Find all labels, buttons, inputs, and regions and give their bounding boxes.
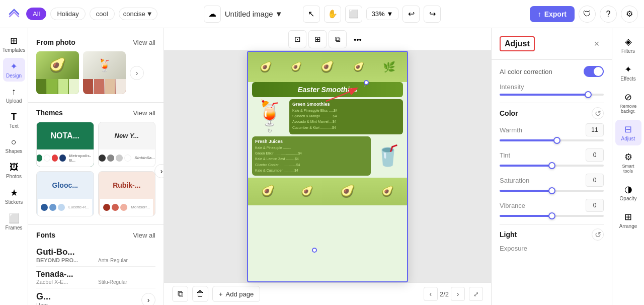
prev-page-btn[interactable]: ‹ bbox=[424, 287, 438, 301]
tint-slider-track[interactable] bbox=[500, 165, 604, 167]
adjust-close-btn[interactable]: × bbox=[590, 37, 604, 51]
sidebar-item-upload[interactable]: ↑ Upload bbox=[3, 84, 25, 107]
help-icon-btn[interactable]: ? bbox=[600, 6, 617, 23]
vibrance-label-row: Vibrance 0 bbox=[500, 199, 604, 212]
document-title-area[interactable]: Untitled image ▼ bbox=[225, 10, 283, 18]
intensity-label: Intensity bbox=[500, 83, 524, 91]
right-sidebar-item-effects[interactable]: ✦ Effects bbox=[615, 60, 641, 86]
tag-concise[interactable]: concise ▼ bbox=[119, 8, 157, 20]
grid-tool-btn[interactable]: ⊞ bbox=[308, 30, 327, 48]
fonts-view-all[interactable]: View all bbox=[133, 232, 155, 239]
selection-handle-tr[interactable] bbox=[364, 80, 369, 85]
refresh-icon: ↻ bbox=[252, 127, 287, 134]
tint-slider-thumb[interactable] bbox=[548, 162, 555, 169]
themes-grid: NOTA... Metropolis-B... New Y... bbox=[28, 120, 164, 222]
next-page-btn[interactable]: › bbox=[451, 287, 465, 301]
tag-holiday[interactable]: Holiday bbox=[50, 8, 85, 20]
undo-btn[interactable]: ↩ bbox=[403, 6, 420, 23]
fonts-more-btn[interactable]: › bbox=[141, 293, 155, 306]
saturation-label: Saturation bbox=[500, 177, 529, 184]
saturation-slider-thumb[interactable] bbox=[548, 187, 555, 194]
effects-icon: ✦ bbox=[624, 64, 632, 75]
copy-tool-btn[interactable]: ⧉ bbox=[329, 30, 347, 48]
tag-cool[interactable]: cool bbox=[90, 8, 115, 20]
sidebar-item-stickers[interactable]: ★ Stickers bbox=[3, 184, 25, 208]
warmth-slider-thumb[interactable] bbox=[553, 137, 560, 144]
right-sidebar-item-adjust[interactable]: ⊟ Adjust bbox=[615, 120, 641, 145]
sidebar-item-photos[interactable]: 🖼 Photos bbox=[3, 159, 25, 182]
more-tool-btn[interactable]: ••• bbox=[349, 30, 367, 48]
rubik-swatch-2 bbox=[112, 204, 119, 211]
shield-icon-btn[interactable]: 🛡 bbox=[579, 6, 596, 23]
themes-view-all[interactable]: View all bbox=[133, 109, 155, 117]
zoom-control[interactable]: 33% ▼ bbox=[366, 8, 399, 20]
upload-icon-btn[interactable]: ☁ bbox=[204, 6, 221, 23]
font-item-2[interactable]: Tenada-... Zacbel X-E... Stilu-Regular bbox=[36, 267, 155, 288]
theme-card-gloo[interactable]: Glooc... Lucette-R... bbox=[36, 171, 94, 216]
theme-card-newy[interactable]: New Y... SinkinSa... bbox=[98, 122, 156, 167]
left-icon-sidebar: ⊞ Templates ✦ Design ↑ Upload T Text ○ S… bbox=[0, 28, 28, 305]
intensity-slider-thumb[interactable] bbox=[585, 91, 592, 98]
saturation-value[interactable]: 0 bbox=[586, 174, 604, 187]
frame-tool[interactable]: ⬜ bbox=[345, 6, 362, 23]
adjust-panel-header: Adjust × bbox=[492, 28, 612, 60]
right-sidebar-item-opacity[interactable]: ◑ Opacity bbox=[615, 180, 641, 205]
opacity-icon: ◑ bbox=[624, 184, 632, 195]
from-photo-next-btn[interactable]: › bbox=[130, 66, 144, 80]
light-reset-btn[interactable]: ↺ bbox=[592, 228, 604, 241]
fullscreen-btn[interactable]: ⤢ bbox=[469, 287, 483, 301]
selection-handle-bl[interactable] bbox=[312, 248, 317, 253]
sidebar-item-frames[interactable]: ⬜ Frames bbox=[3, 210, 25, 234]
right-sidebar-item-filters[interactable]: ◈ Filters bbox=[615, 32, 641, 58]
settings-icon-btn[interactable]: ⚙ bbox=[621, 6, 638, 23]
tint-value[interactable]: 0 bbox=[586, 148, 604, 162]
saturation-slider-track[interactable] bbox=[500, 190, 604, 192]
color-reset-btn[interactable]: ↺ bbox=[592, 107, 604, 119]
rubik-colors: Montserr... bbox=[100, 199, 153, 216]
vibrance-value[interactable]: 0 bbox=[586, 199, 604, 212]
export-button[interactable]: ↑ Export bbox=[530, 6, 575, 22]
warmth-value[interactable]: 11 bbox=[586, 123, 604, 136]
logo[interactable] bbox=[6, 6, 22, 22]
copy-page-btn[interactable]: ⧉ bbox=[172, 286, 188, 302]
theme-card-rubik[interactable]: Rubik-... Montserr... bbox=[98, 171, 156, 216]
page-count: 2/2 bbox=[440, 290, 449, 298]
pointer-tool[interactable]: ↖ bbox=[303, 6, 320, 23]
warmth-slider-track[interactable] bbox=[500, 139, 604, 141]
avocado-b4: 🥑 bbox=[381, 185, 394, 197]
tint-label: Tint bbox=[500, 151, 510, 159]
swatch-1 bbox=[36, 79, 46, 94]
pan-tool[interactable]: ✋ bbox=[324, 6, 341, 23]
color-section-header: Color ↺ bbox=[500, 107, 604, 119]
sidebar-item-design[interactable]: ✦ Design bbox=[3, 58, 25, 82]
tint-slider-fill bbox=[500, 165, 552, 167]
add-page-btn[interactable]: + Add page bbox=[212, 286, 260, 302]
font-item-3[interactable]: G... Ham... › bbox=[36, 288, 155, 305]
intensity-label-row: Intensity bbox=[500, 83, 604, 91]
photo-card-2-colors bbox=[83, 79, 126, 94]
sidebar-item-text[interactable]: T Text bbox=[3, 109, 25, 132]
delete-page-btn[interactable]: 🗑 bbox=[192, 286, 208, 302]
rubik-text: Rubik-... bbox=[113, 181, 140, 189]
crop-tool-btn[interactable]: ⊡ bbox=[288, 30, 306, 48]
photo-card-1[interactable]: 🥑 bbox=[36, 51, 79, 94]
frames-icon: ⬜ bbox=[9, 213, 20, 224]
gloo-swatch-2 bbox=[49, 204, 56, 211]
theme-card-nota[interactable]: NOTA... Metropolis-B... bbox=[36, 122, 94, 167]
sidebar-item-templates[interactable]: ⊞ Templates bbox=[3, 32, 25, 56]
redo-btn[interactable]: ↪ bbox=[424, 6, 441, 23]
remove-bg-icon: ⊘ bbox=[624, 92, 632, 103]
vibrance-slider-thumb[interactable] bbox=[548, 212, 555, 219]
photo-card-2[interactable]: 🍹 bbox=[83, 51, 126, 94]
right-sidebar-item-remove-bg[interactable]: ⊘ Removebackgr. bbox=[615, 88, 641, 118]
frame-icon: ⬜ bbox=[349, 9, 359, 19]
sidebar-item-shapes[interactable]: ○ Shapes bbox=[3, 134, 25, 157]
right-sidebar-item-smart-tools[interactable]: ⚙ Smarttools bbox=[615, 147, 641, 178]
intensity-slider-track[interactable] bbox=[500, 94, 604, 96]
from-photo-view-all[interactable]: View all bbox=[133, 39, 155, 46]
font-item-1[interactable]: Guti-Bo... BEYOND PRO... Anta-Regular bbox=[36, 244, 155, 267]
ai-correction-toggle[interactable] bbox=[584, 66, 604, 77]
vibrance-slider-track[interactable] bbox=[500, 215, 604, 217]
tag-all[interactable]: All bbox=[26, 8, 46, 20]
right-sidebar-item-arrange[interactable]: ⊞ Arrange bbox=[615, 207, 641, 233]
